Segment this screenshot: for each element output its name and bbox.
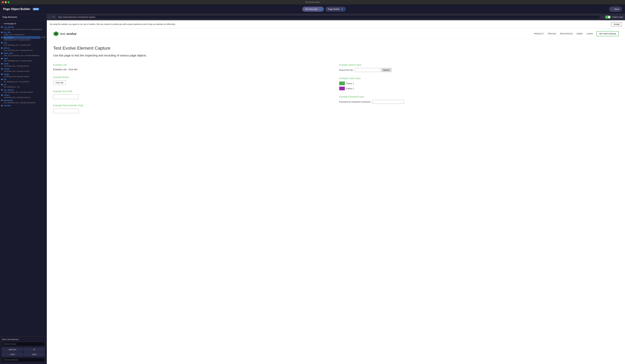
sidebar-item-range[interactable]: range input(data_test: 'example-range')	[0, 72, 47, 78]
colour1-box[interactable]	[339, 82, 345, 85]
item-name-range: range	[3, 73, 45, 76]
search-button[interactable]: Search	[381, 68, 391, 72]
name-btn[interactable]: name	[2, 352, 23, 356]
page-builder-label: Page Builder	[328, 8, 340, 10]
nav-pricing[interactable]: PRICING	[548, 33, 556, 35]
element-name-input[interactable]	[2, 342, 45, 346]
item-selector-my-search: text_field(data_test: 'example-search')	[3, 91, 45, 93]
nav-demo[interactable]: DEMO	[577, 33, 583, 35]
item-name-password: password	[3, 99, 45, 102]
item-name-file: file	[3, 78, 45, 81]
example-colour-section: Example Colour Input: Colour 1 Colour 2	[339, 77, 619, 90]
item-selector-my-link: a(data_test: 'example-link')	[3, 34, 45, 35]
item-name-number: number	[3, 104, 45, 107]
test-recorder-label: Test Recorder	[305, 8, 318, 10]
sidebar-item-colour[interactable]: colour input(data_test: 'example-colour1…	[0, 93, 47, 99]
refresh-button[interactable]: ↻	[53, 16, 55, 19]
item-selector-colour: input(data_test: 'example-colour1')	[3, 96, 45, 98]
maximize-button[interactable]	[8, 1, 9, 3]
search-input[interactable]	[355, 68, 380, 72]
dot-phone	[1, 47, 2, 49]
sidebar-item-my-button[interactable]: my_button button(data_test: 'example-but…	[0, 36, 47, 41]
sidebar-item-phone[interactable]: phone text_field(data_test: 'example-pho…	[0, 46, 47, 52]
back-button[interactable]: ← Back	[609, 6, 622, 12]
password-input[interactable]	[372, 100, 404, 104]
example-link[interactable]: Example Link - Click Me!	[53, 68, 78, 71]
page-builder-button[interactable]: Page Builder 👤	[325, 7, 346, 12]
item-name-month: month	[3, 68, 45, 70]
example-phone-input[interactable]	[53, 109, 79, 113]
logo-evolve: evolve	[66, 32, 76, 36]
trash-icon[interactable]: 🗑	[43, 36, 45, 38]
collect-mode-label: Collect mode	[612, 16, 623, 18]
example-link-label: Example Link:	[53, 64, 333, 66]
sidebar-item-url[interactable]: url text_field(name: 'url')	[0, 83, 47, 88]
app-title: Page Object Builder	[3, 7, 30, 11]
sidebar: Page Elements ‹ homepage.rb my_banner di…	[0, 14, 47, 364]
nav-login[interactable]: LOGIN	[586, 33, 593, 35]
app-header: Page Object Builder BETA Test Recorder 👤…	[0, 4, 625, 14]
dot-my-button	[1, 37, 2, 38]
back-nav-button[interactable]: ‹	[49, 16, 50, 19]
click-me-button[interactable]: Click Me	[53, 80, 66, 85]
sidebar-item-number[interactable]: number	[0, 104, 47, 107]
item-selector-week: input(data_test: 'example-week')	[3, 65, 45, 67]
forward-nav-button[interactable]: ›	[51, 16, 52, 19]
sidebar-item-file[interactable]: file file_field(data_test: 'example-file…	[0, 78, 47, 83]
id-btn[interactable]: id	[24, 347, 45, 352]
colour1-label: Colour 1	[346, 82, 354, 85]
traffic-lights	[2, 1, 9, 3]
item-name-my-link: my_link	[3, 31, 45, 34]
page-heading: Test Evolve Element Capture	[53, 46, 619, 51]
dot-date	[1, 58, 2, 59]
test-recorder-button[interactable]: Test Recorder 👤	[302, 7, 324, 12]
sidebar-back-arrow[interactable]: ‹	[2, 22, 3, 25]
dot-my-link	[1, 32, 2, 33]
colour-row-2: Colour 2	[339, 86, 619, 90]
data-test-btn[interactable]: data-test	[2, 347, 23, 352]
try-test-evolve-button[interactable]: TRY TEST EVOLVE	[596, 31, 619, 36]
colour-row-1: Colour 1	[339, 82, 619, 85]
element-attr-input[interactable]	[2, 358, 45, 362]
dot-my-banner	[1, 27, 2, 28]
password-row: Password (8 characters minimum):	[339, 100, 619, 104]
sidebar-item-text[interactable]: text text_field(data_test: 'example-text…	[0, 41, 47, 46]
item-selector-range: input(data_test: 'example-range')	[3, 76, 45, 77]
dot-text	[1, 42, 2, 43]
nav-product[interactable]: PRODUCT	[534, 33, 544, 35]
sidebar-item-month[interactable]: month input(data_test: 'example-month')	[0, 67, 47, 72]
examples-grid: Example Link: Example Link - Click Me! E…	[53, 64, 619, 113]
item-name-my-search: my_search	[3, 88, 45, 91]
cookie-accept-button[interactable]: Accept	[611, 22, 622, 26]
item-name-date-time: date_time	[3, 52, 45, 55]
gear-icon[interactable]: ⚙	[41, 36, 43, 38]
sidebar-item-my-banner[interactable]: my_banner div(class: 'sqs-cookie-banner-…	[0, 25, 47, 30]
browser-bar: ‹ › ↻ → Collect mode	[47, 14, 625, 20]
collect-mode-toggle[interactable]	[605, 16, 611, 19]
search-row: Search the site: Search	[339, 68, 619, 72]
value-btn[interactable]: value	[24, 352, 45, 356]
example-text-input[interactable]	[53, 94, 79, 99]
url-input[interactable]	[56, 15, 600, 19]
item-selector-phone: text_field(data_test: 'example-phone')	[3, 49, 45, 51]
minimize-button[interactable]	[5, 1, 7, 3]
colour2-box[interactable]	[339, 86, 345, 90]
dot-file	[1, 79, 2, 80]
sidebar-item-my-link[interactable]: my_link a(data_test: 'example-link')	[0, 30, 47, 36]
item-selector-month: input(data_test: 'example-month')	[3, 70, 45, 72]
nav-resources[interactable]: RESOURCES	[560, 33, 573, 35]
dot-colour	[1, 94, 2, 96]
item-selector-password: text_field(data_test: 'example-password'…	[3, 102, 45, 104]
sidebar-title: Page Elements	[2, 16, 17, 18]
sidebar-item-week[interactable]: week input(data_test: 'example-week')	[0, 62, 47, 67]
add-element-section: Add a new Element data-test id name valu…	[0, 336, 47, 364]
window-title: Test Evolve Flare	[305, 1, 320, 3]
sidebar-item-password[interactable]: password text_field(data_test: 'example-…	[0, 99, 47, 104]
sidebar-item-date-time[interactable]: date_time date_time_field(data_test: 'ex…	[0, 52, 47, 57]
close-button[interactable]	[2, 1, 4, 3]
example-phone-section: Example Phone Number Field:	[53, 104, 333, 113]
sidebar-item-date[interactable]: date date_field(data_test: 'example-date…	[0, 57, 47, 62]
example-password-section: Example Password Input: Password (8 char…	[339, 95, 619, 104]
site-content: Test Evolve Element Capture Use this pag…	[47, 39, 625, 119]
sidebar-item-my-search[interactable]: my_search text_field(data_test: 'example…	[0, 88, 47, 93]
